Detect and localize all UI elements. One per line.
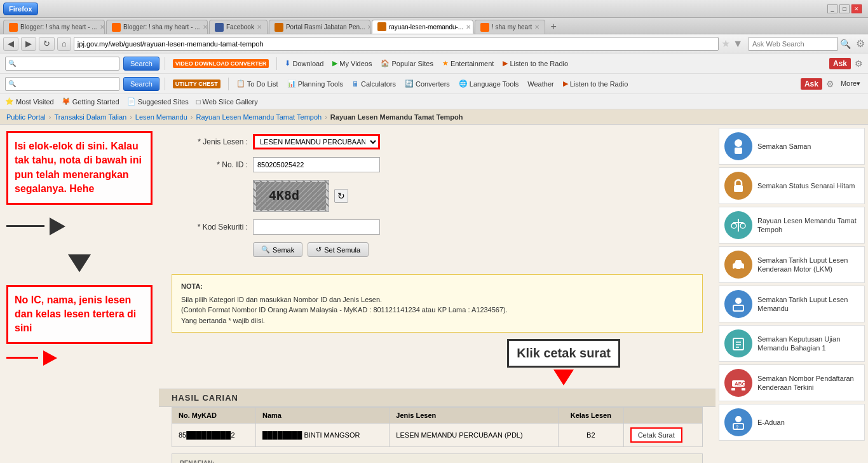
utility-item[interactable]: UTILITY CHEST (170, 78, 223, 90)
tab-sha[interactable]: ! sha my heart ✕ (475, 20, 545, 34)
utility-badge: UTILITY CHEST (173, 79, 220, 88)
language-item[interactable]: 🌐 Language Tools (456, 78, 521, 89)
weather-item[interactable]: Weather (525, 79, 556, 89)
search-input-2[interactable] (16, 80, 116, 88)
bookmark-suggested[interactable]: 📄 Suggested Sites (127, 97, 189, 106)
vc-badge: VIDEO DOWNLOAD CONVERTER (173, 59, 269, 68)
svg-text:4K8d: 4K8d (269, 188, 299, 203)
calc-icon: 🖩 (352, 80, 359, 88)
sidebar-tarikh-luput-lesen[interactable]: Semakan Tarikh Luput Lesen Memandu (719, 286, 865, 322)
arrow-shaft (6, 225, 44, 227)
bookmark-most-visited[interactable]: ⭐ Most Visited (5, 97, 54, 106)
search-button-1[interactable]: Search (123, 57, 159, 71)
getting-started-label: Getting Started (72, 98, 119, 106)
web-search-input[interactable] (749, 37, 837, 51)
radio2-icon: ▶ (563, 79, 568, 88)
restore-button[interactable]: □ (839, 4, 850, 13)
tab-close-blogger2[interactable]: ✕ (203, 24, 208, 31)
sidebar-e-aduan[interactable]: ? E-Aduan (719, 404, 865, 441)
firefox-menu-button[interactable]: Firefox (3, 3, 38, 15)
svg-rect-5 (734, 185, 743, 192)
kod-sekuriti-input[interactable] (253, 219, 380, 235)
toolbar1-settings-icon[interactable]: ⚙ (855, 59, 863, 69)
reload-button[interactable]: ↻ (39, 37, 55, 51)
no-id-input[interactable] (253, 157, 380, 172)
address-bar[interactable] (74, 37, 719, 51)
tab-rayuan[interactable]: rayuan-lesen-memandu-... ✕ (372, 20, 473, 34)
video-converter-item[interactable]: VIDEO DOWNLOAD CONVERTER (170, 58, 272, 69)
toolbar-customize-icon[interactable]: ⚙ (856, 38, 865, 50)
semakan-saman-label: Semakan Saman (757, 142, 811, 151)
sidebar-rayuan-lesen[interactable]: Rayuan Lesen Memandu Tamat Tempoh (719, 207, 865, 244)
entertainment-item[interactable]: ★ Entertainment (440, 58, 496, 69)
toolbar2-settings-icon[interactable]: ⚙ (826, 79, 834, 89)
semak-button[interactable]: 🔍 Semak (253, 242, 302, 257)
titlebar: Firefox _ □ ✕ (0, 0, 868, 18)
more-item[interactable]: More▾ (838, 78, 863, 89)
tab-close-portal[interactable]: ✕ (367, 24, 370, 31)
converters-label: Converters (416, 80, 450, 88)
breadcrumb-sep-1: › (49, 113, 51, 121)
converters-icon: 🔄 (405, 79, 414, 88)
nav-bar: ◀ ▶ ↻ ⌂ ★ ▼ 🔍 ⚙ (0, 34, 868, 53)
breadcrumb-rayuan-lesen[interactable]: Rayuan Lesen Memandu Tamat Tempoh (196, 113, 322, 121)
suggested-label: Suggested Sites (138, 98, 189, 106)
bookmark-webslice[interactable]: □ Web Slice Gallery (196, 98, 258, 106)
radio-item[interactable]: ▶ Listen to the Radio (500, 58, 571, 69)
sidebar-keputusan-ujian[interactable]: Semakan Keputusan Ujian Memandu Bahagian… (719, 325, 865, 362)
tab-facebook[interactable]: Facebook ✕ (209, 20, 268, 34)
tab-close-rayuan[interactable]: ✕ (466, 24, 471, 31)
cetak-surat-button[interactable]: Cetak Surat (630, 427, 682, 443)
download-item[interactable]: ⬇ Download (282, 58, 326, 69)
search-input-1[interactable] (16, 60, 116, 67)
search-button-2[interactable]: Search (123, 77, 159, 91)
set-semula-button[interactable]: ↺ Set Semula (308, 242, 369, 257)
back-button[interactable]: ◀ (3, 37, 18, 51)
todo-item[interactable]: 📋 To Do List (234, 78, 281, 89)
tab-blogger1[interactable]: Blogger: ! sha my heart - ... ✕ (3, 20, 105, 34)
tabs-bar: Blogger: ! sha my heart - ... ✕ Blogger:… (0, 18, 868, 34)
captcha-row: 4K8d ↻ (253, 180, 703, 212)
ask-badge-2[interactable]: Ask (801, 78, 822, 90)
web-search-icon[interactable]: 🔍 (840, 39, 851, 49)
radio-label: Listen to the Radio (510, 60, 568, 67)
converters-item[interactable]: 🔄 Converters (402, 78, 452, 89)
no-id-label: * No. ID : (172, 160, 248, 169)
forward-button[interactable]: ▶ (21, 37, 36, 51)
jenis-lesen-select[interactable]: LESEN MEMANDU PERCUBAAN (P(..) (253, 134, 380, 149)
form-area: * Jenis Lesen : LESEN MEMANDU PERCUBAAN … (159, 125, 715, 274)
popular-label: Popular Sites (391, 60, 433, 67)
myvideos-item[interactable]: ▶ My Videos (330, 58, 374, 69)
semakan-saman-icon (724, 132, 752, 160)
tab-close-sha[interactable]: ✕ (534, 24, 539, 31)
planning-item[interactable]: 📊 Planning Tools (285, 78, 346, 89)
popular-icon: 🏠 (381, 59, 390, 67)
tab-close-blogger1[interactable]: ✕ (100, 24, 105, 31)
tab-portal[interactable]: Portal Rasmi Jabatan Pen... ✕ (269, 20, 370, 34)
bookmark-star-icon[interactable]: ★ (721, 38, 730, 50)
bookmark-getting-started[interactable]: 🦊 Getting Started (62, 97, 119, 106)
breadcrumb-public-portal[interactable]: Public Portal (6, 113, 46, 121)
sidebar-senarai-hitam[interactable]: Semakan Status Senarai Hitam (719, 167, 865, 204)
popular-item[interactable]: 🏠 Popular Sites (378, 58, 435, 69)
sidebar-nombor-pendaftaran[interactable]: ABC Semakan Nombor Pendaftaran Kenderaan… (719, 364, 865, 401)
bookmark-list-icon[interactable]: ▼ (733, 38, 743, 50)
suggested-icon: 📄 (127, 97, 136, 106)
tab-close-facebook[interactable]: ✕ (257, 24, 262, 31)
rayuan-lesen-label: Rayuan Lesen Memandu Tamat Tempoh (757, 216, 859, 235)
sidebar-semakan-saman[interactable]: Semakan Saman (719, 128, 865, 165)
radio2-label: Listen to the Radio (570, 80, 628, 88)
tab-blogger2[interactable]: Blogger: ! sha my heart - ... ✕ (106, 20, 208, 34)
jenis-lesen-row: * Jenis Lesen : LESEN MEMANDU PERCUBAAN … (172, 134, 703, 149)
calculators-item[interactable]: 🖩 Calculators (349, 79, 398, 89)
new-tab-button[interactable]: + (546, 20, 560, 34)
ask-badge[interactable]: Ask (829, 58, 851, 69)
close-button[interactable]: ✕ (851, 4, 862, 13)
radio2-item[interactable]: ▶ Listen to the Radio (560, 78, 631, 89)
home-button[interactable]: ⌂ (57, 37, 71, 51)
breadcrumb-lesen[interactable]: Lesen Memandu (135, 113, 187, 121)
breadcrumb-transaksi[interactable]: Transaksi Dalam Talian (54, 113, 126, 121)
captcha-refresh-button[interactable]: ↻ (334, 189, 348, 203)
sidebar-tarikh-luput-lkm[interactable]: Semakan Tarikh Luput Lesen Kenderaan Mot… (719, 246, 865, 283)
minimize-button[interactable]: _ (827, 4, 837, 13)
